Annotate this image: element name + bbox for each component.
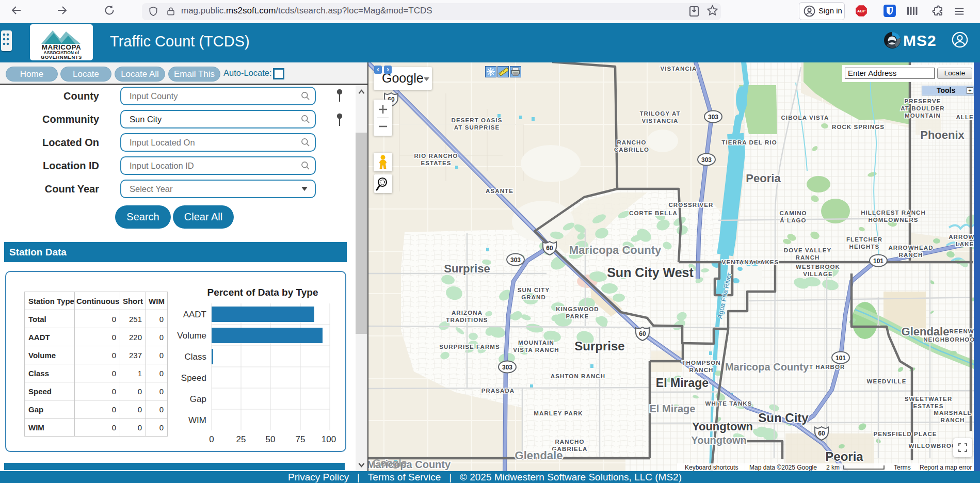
svg-text:60: 60 bbox=[639, 330, 646, 337]
svg-text:ASANTE: ASANTE bbox=[486, 188, 513, 194]
svg-text:KINGSWOOD: KINGSWOOD bbox=[556, 306, 599, 312]
svg-text:MOUNTAIN: MOUNTAIN bbox=[518, 340, 554, 346]
svg-text:VISTA RANCH: VISTA RANCH bbox=[513, 347, 559, 353]
svg-text:ESTATES: ESTATES bbox=[421, 160, 451, 166]
svg-text:25: 25 bbox=[236, 434, 246, 442]
svg-text:HEIGHTS: HEIGHTS bbox=[849, 244, 880, 250]
svg-text:DOVE VALLEY: DOVE VALLEY bbox=[784, 247, 831, 253]
svg-text:MOUNTAIN: MOUNTAIN bbox=[905, 112, 941, 119]
svg-text:60: 60 bbox=[546, 245, 553, 252]
svg-text:303: 303 bbox=[502, 364, 512, 371]
svg-text:60: 60 bbox=[818, 430, 825, 437]
svg-text:ROCK SPRINGS: ROCK SPRINGS bbox=[832, 124, 885, 130]
svg-text:PARKE: PARKE bbox=[566, 313, 589, 319]
svg-text:Sun City West: Sun City West bbox=[607, 265, 694, 280]
svg-text:Peoria: Peoria bbox=[825, 449, 863, 463]
svg-text:ABP: ABP bbox=[857, 9, 865, 13]
svg-text:TRADITIONS: TRADITIONS bbox=[446, 317, 488, 323]
svg-text:50: 50 bbox=[266, 434, 276, 442]
svg-text:VILLAGE: VILLAGE bbox=[803, 271, 833, 277]
svg-text:GOVERNMENTS: GOVERNMENTS bbox=[41, 54, 82, 60]
svg-text:Phoenix: Phoenix bbox=[920, 128, 965, 141]
svg-text:Volume: Volume bbox=[177, 331, 206, 341]
svg-text:CABRILLO: CABRILLO bbox=[614, 147, 649, 153]
svg-text:HILLCREST RANCH: HILLCREST RANCH bbox=[861, 210, 926, 216]
svg-text:HOMEOWNERS: HOMEOWNERS bbox=[868, 217, 918, 223]
svg-text:ARIZONA: ARIZONA bbox=[452, 310, 483, 316]
svg-text:303: 303 bbox=[701, 156, 712, 164]
svg-text:PRESERVE: PRESERVE bbox=[904, 98, 941, 104]
svg-text:ESTATES: ESTATES bbox=[913, 403, 943, 409]
svg-text:WEEDVILLE: WEEDVILLE bbox=[867, 378, 907, 384]
svg-text:CORTE BELLA: CORTE BELLA bbox=[629, 210, 678, 216]
svg-text:Surprise: Surprise bbox=[574, 339, 624, 353]
svg-text:VENTANA LAKES: VENTANA LAKES bbox=[722, 259, 779, 265]
svg-text:Youngtown: Youngtown bbox=[691, 434, 746, 446]
svg-text:TIERRA DEL RIO: TIERRA DEL RIO bbox=[721, 139, 777, 146]
svg-text:AADT: AADT bbox=[183, 310, 206, 319]
svg-text:75: 75 bbox=[296, 434, 306, 442]
svg-text:Maricopa County: Maricopa County bbox=[725, 361, 809, 373]
svg-text:Percent of Data by Type: Percent of Data by Type bbox=[207, 287, 318, 298]
svg-text:SURPRISE FARMS: SURPRISE FARMS bbox=[439, 344, 500, 350]
svg-text:Sun City: Sun City bbox=[758, 411, 809, 425]
svg-text:VISTANCIA: VISTANCIA bbox=[660, 66, 697, 72]
svg-text:RANCH: RANCH bbox=[795, 254, 820, 261]
svg-text:THOMPSON: THOMPSON bbox=[682, 360, 720, 366]
svg-text:RANCHO: RANCHO bbox=[555, 439, 584, 445]
svg-text:WIM: WIM bbox=[188, 415, 206, 425]
svg-text:PRASADA: PRASADA bbox=[481, 388, 515, 394]
svg-text:101: 101 bbox=[836, 355, 846, 362]
svg-text:Youngtown: Youngtown bbox=[692, 420, 753, 433]
svg-text:El Mirage: El Mirage bbox=[656, 376, 709, 390]
svg-text:ARROWHEAD: ARROWHEAD bbox=[888, 245, 933, 251]
svg-text:MARLEY PARK: MARLEY PARK bbox=[534, 410, 583, 416]
svg-text:CAMINO: CAMINO bbox=[779, 210, 807, 216]
svg-text:Speed: Speed bbox=[181, 373, 206, 383]
svg-text:303: 303 bbox=[510, 256, 521, 264]
svg-text:ASHTON RANCH: ASHTON RANCH bbox=[551, 373, 605, 379]
svg-text:WESTBROOK: WESTBROOK bbox=[796, 264, 840, 270]
svg-text:CIBOLA VISTA: CIBOLA VISTA bbox=[781, 115, 829, 121]
svg-text:SUN CITY: SUN CITY bbox=[518, 287, 550, 293]
svg-text:303: 303 bbox=[708, 114, 718, 121]
svg-text:Peoria: Peoria bbox=[746, 172, 781, 185]
svg-text:Maricopa County: Maricopa County bbox=[569, 244, 662, 256]
svg-text:SWEETWATER: SWEETWATER bbox=[905, 396, 953, 402]
svg-text:Glendale: Glendale bbox=[902, 325, 950, 338]
svg-text:RANCH: RANCH bbox=[898, 252, 923, 258]
svg-text:DESERT OASIS: DESERT OASIS bbox=[452, 117, 503, 123]
svg-text:CROSSRIVER: CROSSRIVER bbox=[668, 202, 713, 208]
svg-text:RANCHO: RANCHO bbox=[617, 139, 646, 146]
svg-text:RIO RANCHO: RIO RANCHO bbox=[414, 153, 458, 159]
svg-text:El Mirage: El Mirage bbox=[650, 403, 696, 414]
svg-text:PENSFIELD PLACE: PENSFIELD PLACE bbox=[873, 431, 937, 437]
svg-text:AT SURPRISE: AT SURPRISE bbox=[454, 124, 500, 131]
svg-text:MARSHALL: MARSHALL bbox=[934, 410, 971, 416]
svg-text:WHITE TANKS: WHITE TANKS bbox=[705, 400, 752, 407]
svg-text:0: 0 bbox=[209, 434, 214, 442]
svg-text:Class: Class bbox=[184, 352, 206, 362]
svg-text:Á LAGO: Á LAGO bbox=[780, 217, 806, 223]
svg-text:TRILOGY AT: TRILOGY AT bbox=[639, 110, 680, 117]
svg-text:RANCH: RANCH bbox=[940, 417, 965, 423]
svg-text:Glendale: Glendale bbox=[515, 449, 563, 462]
svg-text:VISTANCIA: VISTANCIA bbox=[641, 118, 678, 124]
svg-text:FLETCHER: FLETCHER bbox=[846, 236, 882, 243]
svg-text:RANCH: RANCH bbox=[689, 367, 713, 373]
svg-text:GRAND: GRAND bbox=[521, 294, 546, 300]
svg-text:RT HARBOR: RT HARBOR bbox=[805, 364, 845, 370]
svg-text:Surprise: Surprise bbox=[444, 262, 490, 275]
svg-text:101: 101 bbox=[873, 257, 883, 265]
svg-text:AT BOULDER: AT BOULDER bbox=[901, 105, 945, 111]
svg-text:Gap: Gap bbox=[190, 394, 206, 404]
svg-text:100: 100 bbox=[322, 434, 336, 442]
